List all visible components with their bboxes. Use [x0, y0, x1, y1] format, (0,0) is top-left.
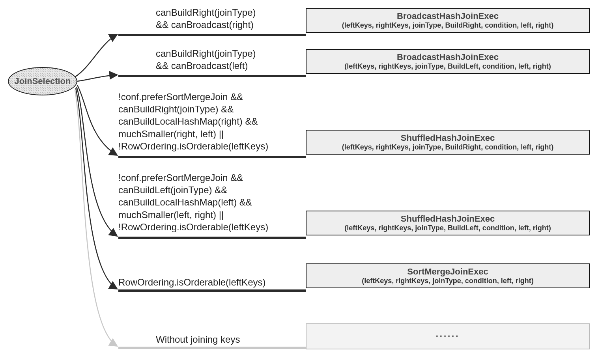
exec-box: ShuffledHashJoinExec (leftKeys, rightKey…: [306, 130, 590, 155]
exec-args: (leftKeys, rightKeys, joinType, BuildRig…: [310, 21, 585, 30]
branch-condition: canBuildRight(joinType) && canBroadcast(…: [156, 47, 256, 72]
branch-bar: [118, 34, 306, 36]
exec-box-placeholder: ······: [306, 323, 590, 349]
exec-title: BroadcastHashJoinExec: [310, 11, 585, 21]
source-label: JoinSelection: [14, 76, 71, 86]
branch-condition: !conf.preferSortMergeJoin && canBuildRig…: [118, 91, 268, 152]
exec-args: (leftKeys, rightKeys, joinType, BuildLef…: [310, 224, 585, 232]
exec-box: BroadcastHashJoinExec (leftKeys, rightKe…: [306, 8, 590, 33]
exec-box: SortMergeJoinExec (leftKeys, rightKeys, …: [306, 263, 590, 288]
exec-title: ······: [436, 331, 460, 342]
branch-bar: [118, 289, 306, 292]
branch-condition: RowOrdering.isOrderable(leftKeys): [118, 276, 265, 288]
branch-condition: canBuildRight(joinType) && canBroadcast(…: [156, 6, 256, 31]
exec-title: ShuffledHashJoinExec: [310, 133, 585, 143]
exec-title: ShuffledHashJoinExec: [310, 214, 585, 224]
exec-title: BroadcastHashJoinExec: [310, 52, 585, 62]
exec-args: (leftKeys, rightKeys, joinType, BuildRig…: [310, 143, 585, 151]
diagram-canvas: JoinSelection canBuildRight(joinType) &&…: [0, 0, 600, 364]
exec-args: (leftKeys, rightKeys, joinType, conditio…: [310, 277, 585, 285]
exec-box: BroadcastHashJoinExec (leftKeys, rightKe…: [306, 49, 590, 74]
branch-bar: [118, 237, 306, 239]
branch-condition: Without joining keys: [156, 333, 240, 345]
branch-condition: !conf.preferSortMergeJoin && canBuildLef…: [118, 172, 268, 233]
branch-bar: [118, 75, 306, 77]
exec-box: ShuffledHashJoinExec (leftKeys, rightKey…: [306, 211, 590, 235]
branch-bar: [118, 347, 306, 349]
source-node: JoinSelection: [8, 67, 77, 95]
exec-title: SortMergeJoinExec: [310, 267, 585, 277]
branch-bar: [118, 156, 306, 158]
exec-args: (leftKeys, rightKeys, joinType, BuildLef…: [310, 62, 585, 71]
